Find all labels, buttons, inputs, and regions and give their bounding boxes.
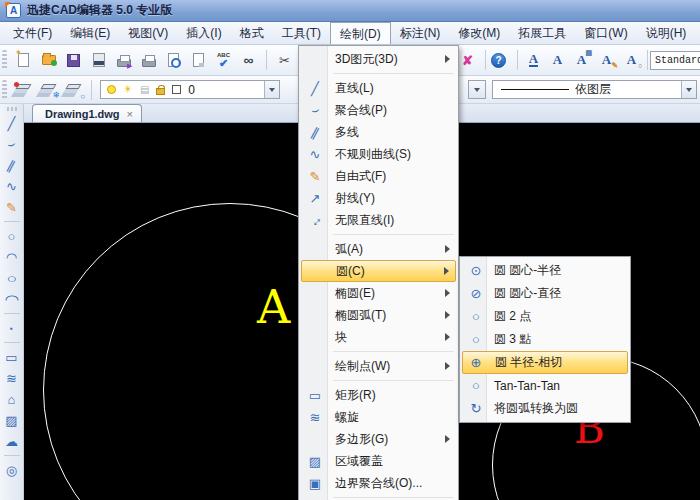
linetype-dropdown-arrow[interactable] <box>681 81 696 98</box>
linetype-dropdown[interactable]: 依图层 <box>492 80 697 99</box>
polyline-tool-icon[interactable] <box>3 135 21 153</box>
menu-item-helix[interactable]: 螺旋 <box>301 406 456 428</box>
circle-tool-icon[interactable] <box>3 227 21 245</box>
color-dropdown-arrow-fragment[interactable] <box>468 80 486 99</box>
menu-item-line[interactable]: 直线(L) <box>301 77 456 99</box>
layer-thaw-icon[interactable]: ☀ <box>123 84 133 95</box>
menu-item-point[interactable]: 绘制点(W) <box>301 355 456 377</box>
toolbar-grip[interactable] <box>2 50 7 70</box>
sidebar-grip[interactable] <box>7 107 17 111</box>
polyline-icon <box>304 99 326 121</box>
menu-modify[interactable]: 修改(M) <box>449 22 509 44</box>
submenu-item-tan-tan-tan[interactable]: Tan-Tan-Tan <box>462 374 628 397</box>
menu-item-rectangle[interactable]: 矩形(R) <box>301 384 456 406</box>
arc-tool-icon[interactable] <box>3 248 21 266</box>
page-setup-button[interactable] <box>189 50 208 70</box>
menu-tools[interactable]: 工具(T) <box>273 22 330 44</box>
menu-item-multiline[interactable]: 多线 <box>301 121 456 143</box>
menu-item-ray[interactable]: 射线(Y) <box>301 187 456 209</box>
menu-item-block[interactable]: 块 <box>301 326 456 348</box>
layer-plot-icon[interactable]: ▤ <box>140 85 149 95</box>
menu-format[interactable]: 格式 <box>231 22 273 44</box>
tab-drawing1[interactable]: Drawing1.dwg × <box>32 104 142 122</box>
menu-item-xline[interactable]: 无限直线(I) <box>301 209 456 231</box>
menu-item-ellipse-arc[interactable]: 椭圆弧(T) <box>301 304 456 326</box>
print-preview-button[interactable] <box>164 50 183 70</box>
text-underline-button[interactable]: A <box>524 50 543 70</box>
menu-item-spline[interactable]: 不规则曲线(S) <box>301 143 456 165</box>
text-style-dropdown[interactable]: Standard <box>650 51 700 70</box>
helix-tool-icon[interactable] <box>3 369 21 387</box>
menu-edit[interactable]: 编辑(E) <box>61 22 119 44</box>
submenu-item-circle-center-diameter[interactable]: 圆 圆心-直径 <box>462 282 628 305</box>
revision-cloud-tool-icon[interactable] <box>3 432 21 450</box>
menu-window[interactable]: 窗口(W) <box>575 22 636 44</box>
menu-dimension[interactable]: 标注(N) <box>391 22 450 44</box>
find-button[interactable] <box>239 50 258 70</box>
wipeout-tool-icon[interactable] <box>3 411 21 429</box>
tab-close-icon[interactable]: × <box>127 108 133 120</box>
layer-dropdown[interactable]: ☀ ▤ 0 <box>100 80 280 99</box>
text-find-button[interactable]: A <box>622 50 641 70</box>
layer-lock-icon[interactable] <box>156 88 165 95</box>
text-button[interactable]: A <box>548 50 567 70</box>
save-button[interactable] <box>64 50 83 70</box>
menu-item-3d-primitives[interactable]: 3D图元(3D) <box>301 48 456 70</box>
submenu-item-circle-radius-tangent[interactable]: 圆 半径-相切 <box>462 351 628 374</box>
menu-item-ellipse[interactable]: 椭圆(E) <box>301 282 456 304</box>
layer-on-icon[interactable] <box>107 85 116 94</box>
line-tool-icon[interactable] <box>3 114 21 132</box>
point-tool-icon[interactable] <box>3 319 21 337</box>
submenu-item-arc-to-circle[interactable]: 将圆弧转换为圆 <box>462 397 628 420</box>
layer-freeze-button[interactable] <box>39 80 58 100</box>
menu-separator <box>333 380 454 381</box>
layer-color-swatch[interactable] <box>172 85 181 94</box>
text-style-button[interactable]: A <box>572 50 591 70</box>
layer-find-button[interactable] <box>64 80 83 100</box>
menu-express-tools[interactable]: 拓展工具 <box>509 22 575 44</box>
menu-item-polyline[interactable]: 聚合线(P) <box>301 99 456 121</box>
donut-tool-icon[interactable] <box>3 461 21 479</box>
menu-help[interactable]: 说明(H) <box>637 22 696 44</box>
freehand-tool-icon[interactable] <box>3 198 21 216</box>
new-file-button[interactable] <box>14 50 33 70</box>
submenu-item-circle-2-point[interactable]: 圆 2 点 <box>462 305 628 328</box>
open-file-button[interactable] <box>39 50 58 70</box>
export-print-button[interactable] <box>114 50 133 70</box>
toolbar-separator <box>266 50 267 70</box>
menu-item-circle[interactable]: 圆(C) <box>301 260 456 282</box>
menu-view[interactable]: 视图(V) <box>119 22 177 44</box>
sidebar-separator <box>4 313 20 314</box>
multiline-tool-icon[interactable] <box>3 156 21 174</box>
menu-item-arc[interactable]: 弧(A) <box>301 238 456 260</box>
help-button[interactable]: ? <box>489 50 508 70</box>
submenu-item-circle-center-radius[interactable]: 圆 圆心-半径 <box>462 259 628 282</box>
submenu-item-circle-3-point[interactable]: 圆 3 點 <box>462 328 628 351</box>
rectangle-tool-icon[interactable] <box>3 348 21 366</box>
print-button[interactable] <box>139 50 158 70</box>
layer-dropdown-arrow[interactable] <box>264 81 279 98</box>
layer-manager-button[interactable] <box>14 80 33 100</box>
menu-insert[interactable]: 插入(I) <box>177 22 230 44</box>
spline-tool-icon[interactable] <box>3 177 21 195</box>
menu-item-polygon[interactable]: 多边形(G) <box>301 428 456 450</box>
submenu-arrow-icon <box>445 435 450 443</box>
spell-check-button[interactable] <box>214 50 233 70</box>
menu-item-boundary-polyline[interactable]: 边界聚合线(O)... <box>301 472 456 494</box>
paste-button[interactable] <box>458 50 477 70</box>
save-acis-button[interactable] <box>89 50 108 70</box>
menu-item-freehand[interactable]: 自由式(F) <box>301 165 456 187</box>
polygon-tool-icon[interactable] <box>3 390 21 408</box>
text-edit-button[interactable]: A <box>597 50 616 70</box>
ellipse-tool-icon[interactable] <box>3 269 21 287</box>
cad-text-a[interactable]: A <box>257 280 290 334</box>
cut-button[interactable] <box>275 50 294 70</box>
menu-item-wipeout[interactable]: 区域覆盖 <box>301 450 456 472</box>
submenu-arrow-icon <box>445 311 450 319</box>
ellipse-arc-tool-icon[interactable] <box>3 290 21 308</box>
submenu-arrow-icon <box>445 55 450 63</box>
freehand-icon <box>304 165 326 187</box>
menu-draw[interactable]: 绘制(D) <box>330 22 391 44</box>
menu-file[interactable]: 文件(F) <box>4 22 61 44</box>
toolbar-grip[interactable] <box>2 80 7 100</box>
